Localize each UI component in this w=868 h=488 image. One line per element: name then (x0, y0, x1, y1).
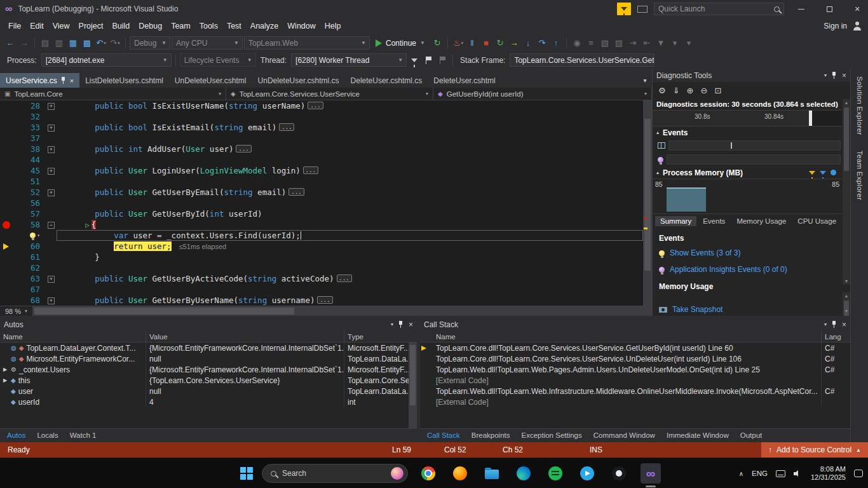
menu-window[interactable]: Window (283, 18, 320, 34)
doc-tab-undeleteuser-cshtml[interactable]: UnDeleteUser.cshtml (169, 73, 252, 88)
tab-call-stack[interactable]: Call Stack (421, 429, 466, 442)
collapse-fold-icon[interactable]: − (48, 222, 55, 229)
autos-row[interactable]: ▶⚙_context.Users{Microsoft.EntityFramewo… (0, 364, 417, 375)
window-position-chevron-icon[interactable]: ▾ (824, 72, 827, 78)
fold-margin[interactable] (46, 230, 57, 241)
solution-platform-combo[interactable]: Any CPU▼ (172, 36, 243, 50)
glyph-margin[interactable] (0, 111, 14, 122)
doc-tab-deleteuser-cshtml-cs[interactable]: DeleteUser.cshtml.cs (345, 73, 428, 88)
refresh-icon[interactable]: ↻ (431, 36, 444, 50)
code-line-45[interactable]: 45+ public User LoginUser(LoginViewModel… (0, 165, 643, 176)
expand-arrow-icon[interactable]: ▶ (3, 377, 11, 383)
application-insights-icon[interactable]: ◉ (571, 36, 583, 50)
pin-icon[interactable] (398, 321, 403, 328)
code-line-63[interactable]: 63+ public User GetUserByActiveCode(stri… (0, 273, 643, 284)
diag-tab-memory-usage[interactable]: Memory Usage (731, 216, 791, 226)
expand-fold-icon[interactable]: + (48, 276, 55, 283)
fold-margin[interactable] (46, 111, 57, 122)
scrollbar-thumb[interactable] (34, 308, 294, 315)
code-line-61[interactable]: 61 } (0, 252, 643, 262)
editor-vertical-scrollbar[interactable] (643, 100, 652, 306)
menu-team[interactable]: Team (166, 18, 195, 34)
save-all-icon[interactable]: ▩ (81, 36, 93, 50)
stack-frame-combo[interactable]: TopLearn.Core.Services.UserService.GetUs… (510, 53, 654, 67)
gc-filter-icon[interactable] (820, 171, 826, 175)
expand-fold-icon[interactable]: + (48, 103, 55, 110)
app-insights-link[interactable]: Application Insights Events (0 of 0) (670, 265, 787, 274)
spotify-icon[interactable] (545, 463, 566, 484)
maximize-button[interactable] (818, 0, 840, 18)
menu-analyze[interactable]: Analyze (246, 18, 283, 34)
code-line-37[interactable]: 37 (0, 133, 643, 144)
indent-icon[interactable]: ⇥ (627, 36, 639, 50)
window-position-chevron-icon[interactable]: ▾ (391, 322, 393, 327)
code-line-68[interactable]: 68+ public User GetUserByUserName(string… (0, 295, 643, 306)
edge-icon[interactable] (513, 463, 534, 484)
glyph-margin[interactable] (0, 230, 14, 241)
collapsed-region-box[interactable]: ... (337, 274, 352, 282)
column-header-type[interactable]: Type (344, 331, 417, 342)
call-stack-row[interactable]: TopLearn.Core.dll!TopLearn.Core.Services… (420, 342, 850, 353)
code-line-44[interactable]: 44 (0, 154, 643, 165)
expand-fold-icon[interactable]: + (48, 146, 55, 153)
call-stack-row[interactable]: TopLearn.Web.dll!TopLearn.Web.Infrastruc… (420, 386, 850, 396)
code-line-38[interactable]: 38+ public int AddUser(User user)... (0, 144, 643, 154)
glyph-margin[interactable] (0, 295, 14, 306)
unflag-threads-icon[interactable] (436, 53, 449, 67)
continue-button[interactable]: Continue ▼ (371, 36, 430, 50)
language-indicator[interactable]: ENG (752, 470, 768, 477)
autos-row[interactable]: ◍◆TopLearn.DataLayer.Context.T...{Micros… (0, 342, 417, 353)
breakpoint-icon[interactable] (3, 221, 10, 229)
collapsed-region-box[interactable]: ... (308, 102, 323, 109)
quick-actions-lightbulb-icon[interactable]: ▾ (30, 230, 40, 241)
glyph-margin[interactable] (0, 100, 14, 111)
fold-margin[interactable]: + (46, 295, 57, 306)
glyph-margin[interactable] (0, 122, 14, 133)
fold-margin[interactable] (46, 241, 57, 252)
glyph-margin[interactable] (0, 284, 14, 295)
tab-autos[interactable]: Autos (1, 429, 31, 442)
code-line-59[interactable]: ▾ var user = _context.Users.Find(userId)… (0, 230, 643, 241)
add-to-source-control-button[interactable]: ↑ Add to Source Control ▲ (761, 442, 868, 458)
close-icon[interactable]: × (842, 71, 846, 80)
autos-scrollbar[interactable] (409, 342, 417, 428)
glyph-margin[interactable] (0, 165, 14, 176)
expand-fold-icon[interactable]: + (48, 125, 55, 132)
code-editor[interactable]: 28+ public bool IsExistUserName(string u… (0, 100, 652, 306)
startup-project-combo[interactable]: TopLearn.Web▼ (244, 36, 370, 50)
expand-fold-icon[interactable]: + (48, 189, 55, 196)
fold-margin[interactable] (46, 198, 57, 208)
outdent-icon[interactable]: ⇤ (641, 36, 653, 50)
volume-icon[interactable] (794, 470, 803, 477)
find-in-files-icon[interactable]: ≡ (585, 36, 597, 50)
diag-tab-events[interactable]: Events (698, 216, 730, 226)
minimize-button[interactable] (790, 0, 812, 18)
code-line-28[interactable]: 28+ public bool IsExistUserName(string u… (0, 100, 643, 111)
step-over-icon[interactable]: ↷ (536, 36, 548, 50)
expand-fold-icon[interactable]: + (48, 168, 55, 175)
glyph-margin[interactable] (0, 262, 14, 273)
memory-marker-icon[interactable] (831, 170, 836, 175)
autos-row[interactable]: ◆usernullTopLearn.DataLa... (0, 386, 417, 396)
events-section-header[interactable]: ▴ Events (653, 126, 850, 139)
tab-output[interactable]: Output (735, 429, 768, 442)
sign-in-link[interactable]: Sign in (824, 22, 847, 30)
code-line-52[interactable]: 52+ public User GetUserByEmail(string em… (0, 187, 643, 198)
app-insights-track[interactable] (667, 154, 841, 165)
glyph-margin[interactable] (0, 176, 14, 187)
call-stack-row[interactable]: TopLearn.Core.dll!TopLearn.Core.Services… (420, 353, 850, 364)
fold-margin[interactable] (46, 176, 57, 187)
events-track[interactable] (668, 140, 841, 151)
scroll-up-icon[interactable]: ▲ (843, 100, 850, 105)
open-file-icon[interactable]: ▥ (53, 36, 65, 50)
chrome-icon[interactable] (418, 463, 438, 484)
code-line-62[interactable]: 62 (0, 262, 643, 273)
scrollbar-thumb[interactable] (844, 301, 849, 316)
stop-debugging-icon[interactable]: ■ (480, 36, 492, 50)
taskbar-search-box[interactable]: Search (262, 464, 408, 483)
undo-icon[interactable]: ↶▾ (95, 36, 107, 50)
take-snapshot-link[interactable]: Take Snapshot (672, 305, 722, 314)
column-header-lang[interactable]: Lang (822, 331, 850, 342)
glyph-margin[interactable] (0, 198, 14, 208)
code-line-67[interactable]: 67 (0, 284, 643, 295)
